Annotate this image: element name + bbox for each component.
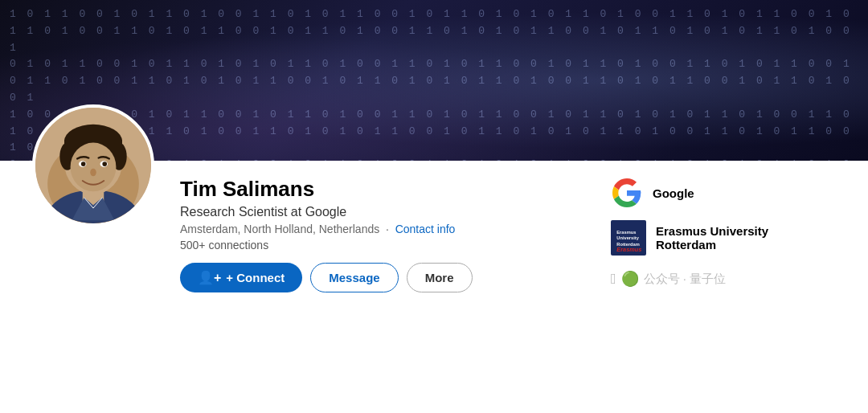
contact-info-link[interactable]: Contact info [395,223,456,235]
wechat-icon:  [611,271,616,288]
svg-point-14 [90,169,96,176]
svg-point-12 [81,162,86,166]
google-logo: G [611,177,643,209]
avatar-wrapper [32,104,154,292]
company-erasmus: Erasmus University Rotterdam Erasmus Era… [611,220,836,256]
wechat-watermark:  🟢 公众号 · 量子位 [611,270,836,288]
erasmus-name: Erasmus UniversityRotterdam [656,224,768,251]
wechat-text: 公众号 · 量子位 [644,272,727,287]
erasmus-logo: Erasmus University Rotterdam Erasmus [611,220,646,256]
avatar-image [35,108,151,223]
google-name: Google [653,186,694,200]
profile-headline: Research Scientist at Google [180,205,585,219]
profile-section: Tim Salimans Research Scientist at Googl… [0,161,868,292]
message-button[interactable]: Message [310,263,398,292]
avatar [32,104,154,227]
more-button[interactable]: More [407,263,473,292]
profile-connections: 500+ connections [180,239,585,251]
svg-text:University: University [616,235,639,240]
svg-point-13 [102,162,107,166]
profile-location: Amsterdam, North Holland, Netherlands · … [180,223,585,235]
svg-text:Erasmus: Erasmus [616,246,641,252]
profile-actions: 👤+ + Connect Message More [180,263,585,292]
profile-info: Tim Salimans Research Scientist at Googl… [154,161,611,292]
connect-button[interactable]: 👤+ + Connect [180,263,302,292]
profile-name: Tim Salimans [180,177,585,202]
company-google: G Google [611,177,836,209]
svg-text:Erasmus: Erasmus [616,230,636,235]
connect-icon: 👤+ [198,270,221,285]
right-panel: G Google [611,161,836,292]
